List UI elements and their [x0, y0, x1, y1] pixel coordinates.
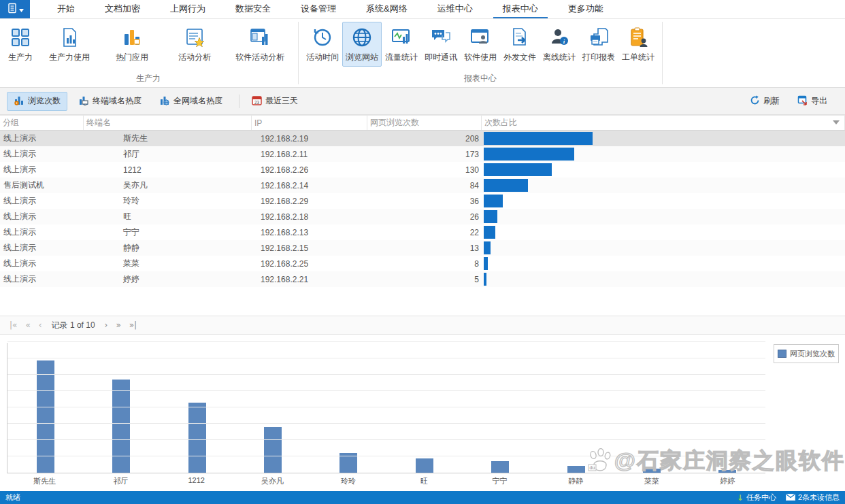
column-header-group[interactable]: 分组	[0, 116, 84, 130]
table-row[interactable]: 线上演示 菜菜 192.168.2.25 8	[0, 256, 845, 271]
menu-tab-9[interactable]: 更多功能	[559, 0, 613, 18]
next-icon[interactable]: ›	[101, 320, 112, 330]
ribbon-item-traffic-stats[interactable]: 流量统计	[382, 22, 421, 67]
ribbon-item-outgoing-files[interactable]: 外发文件	[500, 22, 540, 67]
column-header-ratio[interactable]: 次数占比	[482, 116, 845, 130]
table-row[interactable]: 线上演示 宁宁 192.168.2.13 22	[0, 224, 845, 240]
column-header-count[interactable]: 网页浏览次数	[367, 116, 482, 130]
status-bar: 就绪 ↓ 任务中心 2条未读信息	[0, 491, 845, 504]
last-page-icon[interactable]: »|	[125, 320, 141, 330]
column-header-ip[interactable]: IP	[252, 116, 367, 130]
svg-text:23: 23	[254, 99, 260, 104]
menu-tab-2[interactable]: 文档加密	[95, 0, 150, 18]
chart-x-axis: 斯先生祁厅1212吴亦凡玲玲旺宁宁静静菜菜婷婷	[7, 476, 765, 486]
ribbon-item-print-report[interactable]: 打印报表	[579, 22, 618, 67]
chart-plot-area	[7, 343, 765, 473]
cell-terminal-name: 旺	[84, 209, 252, 224]
ribbon-item-label: 打印报表	[582, 52, 615, 63]
cell-count: 26	[367, 209, 482, 224]
cell-group: 售后测试机	[0, 178, 84, 193]
chart-bar	[718, 470, 736, 473]
chart-bar	[491, 461, 509, 473]
ribbon-separator	[298, 22, 299, 84]
menu-tab-3[interactable]: 上网行为	[161, 0, 215, 18]
export-button[interactable]: 导出	[791, 92, 834, 111]
chat-icon	[430, 25, 452, 50]
view-button-global-domain-heat[interactable]: 全网域名热度	[152, 92, 229, 111]
menu-tab-8[interactable]: 报表中心	[493, 0, 548, 18]
menu-tab-7[interactable]: 运维中心	[428, 0, 482, 18]
table-row[interactable]: 线上演示 祁厅 192.168.2.11 173	[0, 146, 845, 162]
table-row[interactable]: 线上演示 玲玲 192.168.2.29 36	[0, 193, 845, 209]
bars-monitor-icon	[78, 95, 89, 107]
refresh-button[interactable]: 刷新	[743, 92, 786, 111]
app-menu-button[interactable]	[0, 0, 30, 18]
column-chooser-caret-icon[interactable]	[833, 120, 840, 124]
ratio-bar	[484, 226, 495, 239]
cell-ip: 192.168.2.11	[252, 146, 367, 162]
cell-terminal-name: 玲玲	[84, 193, 252, 209]
fast-next-icon[interactable]: »	[112, 320, 125, 330]
bar-chart: 斯先生祁厅1212吴亦凡玲玲旺宁宁静静菜菜婷婷 网页浏览次数 du @石家庄洞察…	[0, 335, 845, 491]
task-center-button[interactable]: ↓ 任务中心	[737, 492, 776, 503]
ribbon-separator	[662, 22, 663, 84]
menu-tab-5[interactable]: 设备管理	[291, 0, 346, 18]
ribbon-item-ticket-stats[interactable]: 工单统计	[618, 22, 658, 67]
chart-legend: 网页浏览次数	[774, 344, 839, 363]
ribbon-item-label: 热门应用	[116, 52, 148, 63]
view-button-terminal-domain-heat[interactable]: 终端域名热度	[71, 92, 148, 111]
first-page-icon[interactable]: |«	[5, 320, 21, 330]
prev-icon[interactable]: ‹	[35, 320, 46, 330]
column-header-terminal[interactable]: 终端名	[84, 116, 252, 130]
table-row[interactable]: 线上演示 斯先生 192.168.2.19 208	[0, 131, 845, 146]
gridline	[7, 390, 765, 391]
view-button-label: 浏览次数	[28, 95, 61, 107]
date-range-button[interactable]: 23 最近三天	[245, 92, 305, 111]
ribbon-item-label: 流量统计	[385, 52, 418, 63]
menu-tab-4[interactable]: 数据安全	[226, 0, 280, 18]
task-center-label: 任务中心	[746, 492, 776, 503]
cell-ip: 192.168.2.15	[252, 240, 367, 256]
ribbon: 生产力 生产力使用 热门应用	[0, 19, 845, 88]
document-chart-icon	[59, 25, 80, 50]
menu-tab-1[interactable]: 开始	[48, 0, 84, 18]
grid-icon	[10, 25, 31, 50]
ribbon-item-software-usage[interactable]: 软件使用	[461, 22, 500, 67]
ribbon-item-productivity-usage[interactable]: 生产力使用	[38, 22, 101, 67]
ribbon-item-offline-stats[interactable]: i 离线统计	[540, 22, 579, 67]
ratio-bar	[484, 148, 574, 161]
menu-tab-6[interactable]: 系统&网络	[357, 0, 417, 18]
cell-group: 线上演示	[0, 131, 84, 146]
view-button-browse-count[interactable]: 浏览次数	[7, 92, 67, 111]
x-axis-label: 菜菜	[614, 476, 690, 486]
ratio-bar	[484, 273, 486, 286]
ribbon-item-hot-apps[interactable]: 热门应用	[101, 22, 163, 67]
cell-group: 线上演示	[0, 256, 84, 271]
ribbon-item-activity-analysis[interactable]: 活动分析	[163, 22, 226, 67]
fast-prev-icon[interactable]: «	[21, 320, 34, 330]
table-row[interactable]: 线上演示 静静 192.168.2.15 13	[0, 240, 845, 256]
cell-terminal-name: 1212	[84, 162, 252, 178]
table-row[interactable]: 线上演示 1212 192.168.2.26 130	[0, 162, 845, 178]
window-user-icon	[470, 25, 491, 50]
export-label: 导出	[811, 95, 827, 107]
table-row[interactable]: 售后测试机 吴亦凡 192.168.2.14 84	[0, 178, 845, 193]
ribbon-item-label: 生产力	[8, 52, 33, 63]
cell-terminal-name: 婷婷	[84, 271, 252, 287]
x-axis-label: 旺	[386, 476, 463, 486]
unread-messages-button[interactable]: 2条未读信息	[786, 492, 840, 503]
gridline	[7, 341, 765, 342]
ribbon-item-label: 活动分析	[178, 52, 211, 63]
gridline	[7, 374, 765, 375]
table-row[interactable]: 线上演示 旺 192.168.2.18 26	[0, 209, 845, 224]
ribbon-item-productivity[interactable]: 生产力	[3, 22, 38, 67]
ribbon-item-instant-messaging[interactable]: 即时通讯	[421, 22, 461, 67]
ratio-bar	[484, 241, 491, 254]
cell-group: 线上演示	[0, 193, 84, 209]
ribbon-item-software-activity-analysis[interactable]: 软件活动分析	[226, 22, 294, 67]
table-row[interactable]: 线上演示 婷婷 192.168.2.21 5	[0, 271, 845, 287]
ribbon-item-activity-time[interactable]: 活动时间	[303, 22, 342, 67]
ribbon-item-browse-websites[interactable]: 浏览网站	[342, 22, 382, 67]
grid-header-row: 分组 终端名 IP 网页浏览次数 次数占比	[0, 115, 845, 131]
toolbar-separator	[239, 95, 239, 108]
